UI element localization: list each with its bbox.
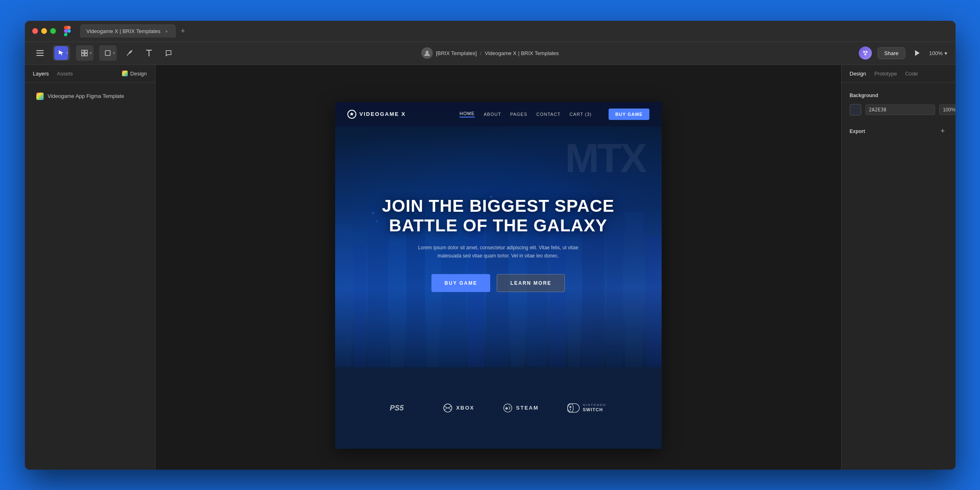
steam-text: STEAM	[516, 405, 539, 411]
design-badge-label: Design	[130, 71, 147, 77]
frame-tool[interactable]	[78, 46, 91, 60]
play-button[interactable]	[911, 47, 923, 59]
svg-point-13	[864, 53, 866, 55]
svg-rect-30	[645, 237, 662, 367]
zoom-control[interactable]: 100% ▾	[929, 50, 947, 56]
svg-rect-15	[353, 245, 366, 367]
panel-tabs: Layers Assets Design	[25, 65, 155, 83]
hero-buy-button[interactable]: BUY GAME	[431, 274, 490, 292]
layer-name: Videogame App Figma Template	[48, 93, 124, 99]
shape-tool[interactable]	[101, 46, 115, 60]
svg-point-41	[504, 404, 512, 412]
tab-title: Videogame X | BRIX Templates	[87, 28, 160, 34]
breadcrumb-org: [BRIX Templates]	[436, 50, 477, 56]
nav-buy-button[interactable]: BUY GAME	[609, 109, 649, 120]
nintendo-logo: NINTENDO SWITCH	[567, 403, 607, 413]
text-tool[interactable]	[142, 46, 156, 60]
export-section: Export +	[850, 127, 947, 136]
tab-close-btn[interactable]: ×	[164, 29, 169, 34]
hero-title-line2: BATTLE OF THE GALAXY	[368, 216, 629, 235]
svg-rect-14	[335, 224, 351, 367]
hero-section: MTX JOIN THE BIGGEST SPACE BATTLE OF THE…	[335, 102, 662, 367]
share-button[interactable]: Share	[878, 47, 906, 59]
export-label: Export	[850, 129, 865, 134]
design-badge-icon	[122, 71, 128, 76]
layers-content: Videogame App Figma Template	[25, 83, 155, 470]
fullscreen-button[interactable]	[50, 28, 56, 34]
toolbar-right: Share 100% ▾	[859, 47, 947, 60]
svg-rect-4	[85, 50, 87, 53]
main-toolbar: ▾ ▾	[25, 42, 956, 65]
xbox-text: XBOX	[456, 405, 474, 411]
active-tab[interactable]: Videogame X | BRIX Templates ×	[80, 24, 176, 38]
nav-cart[interactable]: CART (3)	[569, 112, 591, 117]
zoom-chevron: ▾	[944, 50, 947, 56]
select-tool-group: ▾	[53, 45, 70, 61]
tab-bar: Videogame X | BRIX Templates × +	[80, 24, 189, 38]
breadcrumb: [BRIX Templates] / Videogame X | BRIX Te…	[421, 47, 559, 59]
design-badge: Design	[122, 71, 147, 77]
breadcrumb-file: Videogame X | BRIX Templates	[485, 50, 559, 56]
left-panel: Layers Assets Design Videogame App Figma…	[25, 65, 156, 470]
hero-buttons: BUY GAME LEARN MORE	[368, 274, 629, 292]
comment-tool[interactable]	[162, 46, 176, 60]
pen-tool[interactable]	[122, 46, 136, 60]
game-logo: VIDEOGAME X	[347, 110, 406, 119]
menu-icon[interactable]	[33, 46, 47, 60]
app-window: Videogame X | BRIX Templates × +	[25, 21, 956, 470]
prototype-tab[interactable]: Prototype	[874, 71, 897, 77]
svg-rect-2	[36, 55, 44, 56]
right-panel-tabs: Design Prototype Code	[842, 65, 956, 83]
game-logo-icon	[347, 110, 356, 119]
platform-section: PS5 XBOX	[335, 367, 662, 449]
svg-rect-6	[85, 53, 87, 56]
game-logo-text: VIDEOGAME X	[360, 111, 406, 117]
new-tab-btn[interactable]: +	[177, 25, 189, 37]
right-panel: Design Prototype Code Background	[841, 65, 956, 470]
assets-tab[interactable]: Assets	[57, 69, 73, 78]
hero-title: JOIN THE BIGGEST SPACE BATTLE OF THE GAL…	[368, 196, 629, 235]
right-panel-content: Background Export +	[842, 83, 956, 470]
minimize-button[interactable]	[41, 28, 47, 34]
svg-point-45	[569, 406, 571, 408]
svg-rect-5	[82, 53, 84, 56]
svg-rect-46	[570, 408, 571, 410]
xbox-logo: XBOX	[443, 403, 474, 413]
mtx-text: MTX	[565, 135, 645, 182]
frame-tool-group: ▾	[76, 45, 93, 61]
main-body: Layers Assets Design Videogame App Figma…	[25, 65, 956, 470]
nav-about[interactable]: ABOUT	[484, 112, 501, 117]
hero-content: JOIN THE BIGGEST SPACE BATTLE OF THE GAL…	[368, 196, 629, 292]
svg-text:PS5: PS5	[390, 404, 404, 412]
design-frame: MTX JOIN THE BIGGEST SPACE BATTLE OF THE…	[335, 102, 662, 449]
svg-point-9	[425, 51, 428, 54]
game-navbar: VIDEOGAME X HOME ABOUT PAGES CONTACT CAR…	[335, 102, 662, 126]
frame-chevron: ▾	[90, 51, 92, 55]
design-tab[interactable]: Design	[850, 71, 866, 77]
game-nav-links: HOME ABOUT PAGES CONTACT CART (3) BUY GA…	[460, 109, 649, 120]
color-swatch[interactable]	[850, 104, 861, 115]
layers-tab[interactable]: Layers	[33, 69, 49, 78]
nav-home[interactable]: HOME	[460, 111, 475, 118]
breadcrumb-sep: /	[480, 50, 482, 56]
select-tool[interactable]	[54, 46, 68, 60]
layer-figma-icon	[36, 93, 44, 100]
hero-title-line1: JOIN THE BIGGEST SPACE	[368, 196, 629, 215]
export-add-button[interactable]: +	[938, 127, 947, 136]
nav-pages[interactable]: PAGES	[510, 112, 527, 117]
steam-logo: STEAM	[503, 403, 539, 413]
code-tab[interactable]: Code	[905, 71, 918, 77]
hero-subtitle: Lorem ipsum dolor sit amet, consectetur …	[409, 244, 588, 260]
svg-point-11	[863, 51, 865, 53]
select-chevron: ▾	[67, 51, 69, 55]
svg-point-10	[862, 49, 869, 57]
color-hex-input[interactable]	[865, 104, 935, 115]
canvas-area[interactable]: MTX JOIN THE BIGGEST SPACE BATTLE OF THE…	[156, 65, 841, 470]
hero-learn-button[interactable]: LEARN MORE	[497, 274, 565, 292]
close-button[interactable]	[32, 28, 38, 34]
layer-item[interactable]: Videogame App Figma Template	[31, 89, 149, 103]
nav-contact[interactable]: CONTACT	[536, 112, 560, 117]
traffic-lights	[32, 28, 56, 34]
opacity-input[interactable]	[939, 104, 956, 115]
figma-logo-icon	[63, 27, 71, 35]
